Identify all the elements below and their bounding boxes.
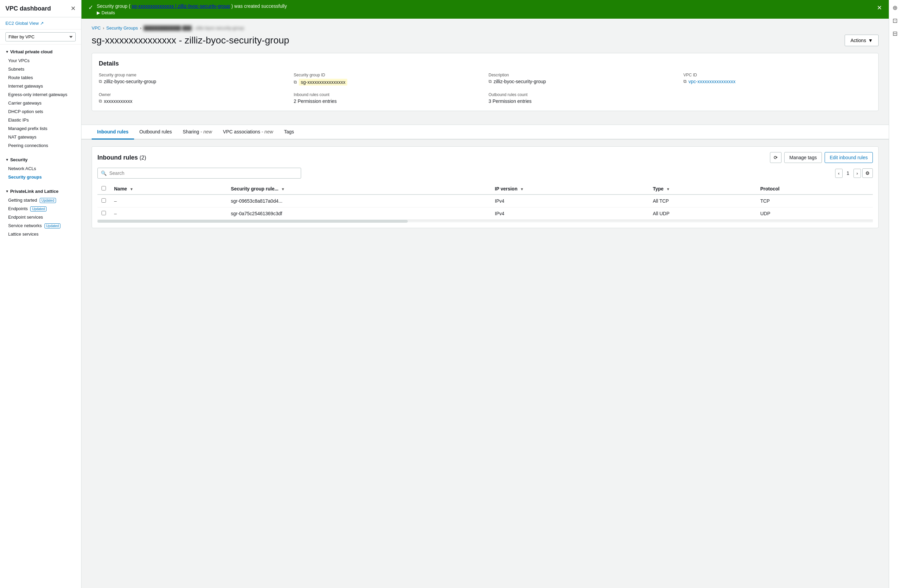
copy-icon[interactable]: ⧉ <box>99 79 102 84</box>
search-icon: 🔍 <box>101 170 107 176</box>
sidebar-item-endpoint-services[interactable]: Endpoint services <box>0 213 81 221</box>
breadcrumb-vpc[interactable]: VPC <box>92 25 101 31</box>
sidebar-item-endpoints[interactable]: Endpoints Updated <box>0 204 81 213</box>
updated-badge-service-networks: Updated <box>44 223 61 228</box>
sidebar-item-dhcp[interactable]: DHCP option sets <box>0 107 81 116</box>
details-card: Details Security group name ⧉ zilliz-byo… <box>92 53 879 111</box>
sidebar-section-vpc-title[interactable]: ▼ Virtual private cloud <box>0 47 81 56</box>
sidebar-section-vpc: ▼ Virtual private cloud Your VPCs Subnet… <box>0 44 81 153</box>
content-inner: VPC › Security Groups › ████████████ ███… <box>81 19 889 125</box>
banner-close-icon[interactable]: ✕ <box>877 4 882 11</box>
detail-security-group-id-value: ⧉ sg-xxxxxxxxxxxxxxxx <box>294 79 482 86</box>
column-settings-button[interactable]: ⚙ <box>862 168 873 178</box>
sidebar-item-carrier-gateways[interactable]: Carrier gateways <box>0 99 81 107</box>
breadcrumb-separator: › <box>103 25 104 31</box>
sidebar-item-subnets[interactable]: Subnets <box>0 65 81 73</box>
detail-description-value: ⧉ zilliz-byoc-security-group <box>488 79 677 84</box>
row-protocol-1: TCP <box>756 195 873 207</box>
breadcrumb-current: ████████████ ███ - zilliz-byoc-security-… <box>143 25 244 31</box>
copy-icon-id[interactable]: ⧉ <box>294 80 297 85</box>
refresh-button[interactable]: ⟳ <box>770 152 781 163</box>
tab-inbound-rules[interactable]: Inbound rules <box>92 125 134 140</box>
sidebar-item-network-acls[interactable]: Network ACLs <box>0 164 81 173</box>
row-checkbox-2[interactable] <box>101 211 106 215</box>
right-icon-3[interactable]: ⊟ <box>891 28 899 39</box>
copy-icon-vpc[interactable]: ⧉ <box>683 79 686 84</box>
sidebar-item-route-tables[interactable]: Route tables <box>0 73 81 82</box>
row-name-1: – <box>110 195 227 207</box>
sidebar-item-service-networks[interactable]: Service networks Updated <box>0 221 81 230</box>
detail-security-group-name: Security group name ⧉ zilliz-byoc-securi… <box>99 73 287 86</box>
sidebar-item-your-vpcs[interactable]: Your VPCs <box>0 56 81 65</box>
tab-sharing[interactable]: Sharing - new <box>177 125 217 140</box>
detail-security-group-id: Security group ID ⧉ sg-xxxxxxxxxxxxxxxx <box>294 73 482 86</box>
sort-icon-ip[interactable]: ▼ <box>520 187 524 191</box>
detail-inbound-count: Inbound rules count 2 Permission entries <box>294 92 482 104</box>
rules-title: Inbound rules (2) <box>97 154 147 161</box>
banner-details-toggle[interactable]: ▶ Details <box>97 10 287 15</box>
inbound-rules-section: Inbound rules (2) ⟳ Manage tags Edit inb… <box>92 146 879 228</box>
row-name-2: – <box>110 207 227 220</box>
row-rule-id-2: sgr-0a75c25461369c3df <box>227 207 491 220</box>
banner-content: ✓ Security group ( sg-xxxxxxxxxxxxxxx | … <box>88 3 287 15</box>
sidebar-section-security-title[interactable]: ▼ Security <box>0 155 81 164</box>
copy-icon-owner[interactable]: ⧉ <box>99 98 102 104</box>
manage-tags-button[interactable]: Manage tags <box>784 152 822 163</box>
chevron-down-icon: ▼ <box>5 189 9 193</box>
banner-link[interactable]: sg-xxxxxxxxxxxxxxx | zilliz-byoc-securit… <box>132 3 230 9</box>
success-banner: ✓ Security group ( sg-xxxxxxxxxxxxxxx | … <box>81 0 889 19</box>
sidebar-section-privatelink: ▼ PrivateLink and Lattice Getting starte… <box>0 184 81 241</box>
scroll-track[interactable] <box>97 220 408 223</box>
chevron-right-icon: ▶ <box>97 10 100 15</box>
sidebar-item-prefix-lists[interactable]: Managed prefix lists <box>0 124 81 133</box>
row-checkbox-1[interactable] <box>101 198 106 203</box>
sidebar-item-security-groups[interactable]: Security groups <box>0 173 81 181</box>
next-page-button[interactable]: › <box>853 169 861 178</box>
breadcrumb: VPC › Security Groups › ████████████ ███… <box>92 25 879 31</box>
sort-icon[interactable]: ▼ <box>130 187 133 191</box>
chevron-down-icon: ▼ <box>5 50 9 54</box>
search-row: 🔍 ‹ 1 › ⚙ <box>97 168 873 179</box>
rules-section-wrapper: Inbound rules (2) ⟳ Manage tags Edit inb… <box>81 140 889 235</box>
breadcrumb-security-groups[interactable]: Security Groups <box>106 25 138 31</box>
search-input[interactable] <box>97 168 301 179</box>
table-row: – sgr-09653c8a817a0d4... IPv4 All TCP TC… <box>97 195 873 207</box>
tab-outbound-rules[interactable]: Outbound rules <box>134 125 178 140</box>
sidebar-item-elastic-ips[interactable]: Elastic IPs <box>0 116 81 124</box>
tab-tags[interactable]: Tags <box>279 125 300 140</box>
vpc-id-link[interactable]: vpc-xxxxxxxxxxxxxxxx <box>689 79 735 84</box>
main-content: ✓ Security group ( sg-xxxxxxxxxxxxxxx | … <box>81 0 889 588</box>
sort-icon-type[interactable]: ▼ <box>666 187 670 191</box>
select-all-checkbox[interactable] <box>101 186 106 190</box>
page-number: 1 <box>844 169 852 177</box>
sidebar-item-peering[interactable]: Peering connections <box>0 141 81 150</box>
copy-icon-desc[interactable]: ⧉ <box>488 79 492 84</box>
filter-by-vpc-select[interactable]: Filter by VPC <box>5 32 76 41</box>
tab-vpc-associations[interactable]: VPC associations - new <box>218 125 279 140</box>
sidebar-close-icon[interactable]: ✕ <box>71 5 76 12</box>
page-title-row: sg-xxxxxxxxxxxxxxx - zilliz-byoc-securit… <box>92 34 879 46</box>
sidebar-item-egress-gateways[interactable]: Egress-only internet gateways <box>0 90 81 99</box>
detail-outbound-count-value: 3 Permission entries <box>488 98 677 104</box>
right-panel-icons: ⊕ ⊡ ⊟ <box>889 0 901 588</box>
sidebar-item-nat-gateways[interactable]: NAT gateways <box>0 133 81 141</box>
sidebar-item-lattice-services[interactable]: Lattice services <box>0 230 81 238</box>
detail-description: Description ⧉ zilliz-byoc-security-group <box>488 73 677 86</box>
sidebar-ec2-global-view[interactable]: EC2 Global View ↗ <box>0 17 81 30</box>
sort-icon-rule[interactable]: ▼ <box>281 187 285 191</box>
right-icon-1[interactable]: ⊕ <box>891 3 899 13</box>
right-icon-2[interactable]: ⊡ <box>891 16 899 26</box>
sidebar-item-getting-started[interactable]: Getting started Updated <box>0 196 81 204</box>
sidebar-section-security: ▼ Security Network ACLs Security groups <box>0 153 81 184</box>
edit-inbound-rules-button[interactable]: Edit inbound rules <box>825 152 873 163</box>
actions-button[interactable]: Actions ▼ <box>845 34 879 46</box>
sidebar-item-internet-gateways[interactable]: Internet gateways <box>0 82 81 90</box>
prev-page-button[interactable]: ‹ <box>835 169 843 178</box>
sidebar-section-privatelink-title[interactable]: ▼ PrivateLink and Lattice <box>0 187 81 196</box>
updated-badge-getting-started: Updated <box>40 198 56 203</box>
table-row: – sgr-0a75c25461369c3df IPv4 All UDP UDP <box>97 207 873 220</box>
rules-header: Inbound rules (2) ⟳ Manage tags Edit inb… <box>97 152 873 163</box>
detail-owner: Owner ⧉ xxxxxxxxxxxx <box>99 92 287 104</box>
rules-actions: ⟳ Manage tags Edit inbound rules <box>770 152 873 163</box>
sidebar-title: VPC dashboard <box>5 5 51 12</box>
